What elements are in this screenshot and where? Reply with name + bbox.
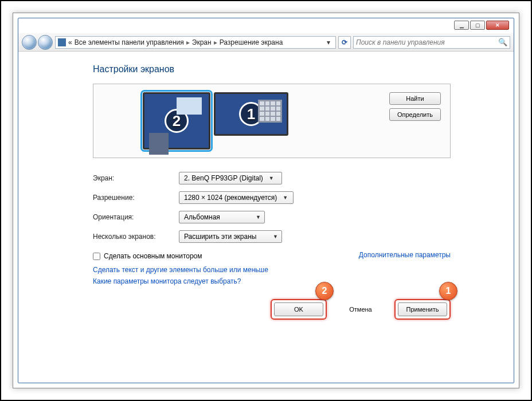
- search-box[interactable]: 🔍: [353, 36, 510, 49]
- monitor-help-link[interactable]: Какие параметры монитора следует выбрать…: [93, 277, 451, 285]
- chevron-down-icon: ▼: [269, 175, 274, 181]
- multi-display-label: Несколько экранов:: [93, 233, 179, 241]
- monitor-1-decoration: [258, 100, 282, 123]
- orientation-dropdown[interactable]: Альбомная ▼: [179, 211, 265, 223]
- breadcrumb-sep-icon: ▸: [186, 38, 190, 46]
- make-primary-checkbox[interactable]: Сделать основным монитором: [93, 252, 202, 260]
- callout-frame-apply: Применить: [394, 299, 451, 320]
- make-primary-input[interactable]: [93, 253, 100, 260]
- chevron-down-icon: ▼: [256, 214, 261, 220]
- screen-dropdown[interactable]: 2. BenQ FP93GP (Digital) ▼: [179, 172, 282, 184]
- make-primary-label: Сделать основным монитором: [104, 252, 202, 260]
- resolution-value: 1280 × 1024 (рекомендуется): [184, 194, 277, 202]
- control-panel-icon: [58, 38, 66, 46]
- search-input[interactable]: [356, 38, 498, 46]
- chevron-down-icon: ▼: [273, 234, 278, 239]
- breadcrumb-2[interactable]: Экран: [192, 38, 212, 46]
- chevron-down-icon: ▼: [283, 195, 288, 200]
- close-button[interactable]: ✕: [486, 21, 509, 30]
- callout-badge-1: 1: [439, 282, 457, 300]
- navigation-bar: « Все элементы панели управления ▸ Экран…: [18, 33, 514, 52]
- text-size-link[interactable]: Сделать текст и другие элементы больше и…: [93, 266, 451, 274]
- advanced-settings-link[interactable]: Дополнительные параметры: [359, 251, 451, 259]
- callout-badge-2: 2: [315, 282, 334, 300]
- orientation-value: Альбомная: [184, 213, 220, 221]
- monitor-2-decoration: [177, 97, 202, 115]
- callout-frame-ok: OK: [271, 299, 327, 320]
- breadcrumb-prefix: «: [68, 38, 72, 46]
- address-dropdown-icon[interactable]: ▾: [324, 38, 333, 46]
- window-caption-controls: ▁ ▢ ✕: [454, 21, 509, 30]
- page-title: Настройки экранов: [93, 64, 451, 74]
- search-icon[interactable]: 🔍: [498, 38, 507, 46]
- ok-button[interactable]: OK: [274, 302, 323, 316]
- resolution-label: Разрешение:: [93, 194, 179, 202]
- refresh-button[interactable]: ⟳: [338, 36, 351, 49]
- dialog-button-bar: 2 OK Отмена 1 Применить: [93, 299, 451, 320]
- address-bar[interactable]: « Все элементы панели управления ▸ Экран…: [55, 36, 336, 49]
- screen-value: 2. BenQ FP93GP (Digital): [184, 174, 263, 182]
- orientation-label: Ориентация:: [93, 213, 179, 221]
- minimize-button[interactable]: ▁: [454, 21, 469, 30]
- monitor-1-thumb[interactable]: 1: [214, 92, 288, 136]
- nav-back-button[interactable]: [22, 35, 37, 50]
- maximize-button[interactable]: ▢: [470, 21, 485, 30]
- find-button[interactable]: Найти: [389, 92, 441, 105]
- apply-button[interactable]: Применить: [398, 302, 447, 316]
- display-arrangement-preview[interactable]: 2 1 Найти Определить: [93, 84, 451, 158]
- nav-forward-button[interactable]: [38, 35, 53, 50]
- breadcrumb-sep-icon: ▸: [214, 38, 217, 46]
- monitor-2-thumb[interactable]: 2: [143, 92, 210, 150]
- cancel-button[interactable]: Отмена: [336, 302, 385, 316]
- resolution-dropdown[interactable]: 1280 × 1024 (рекомендуется) ▼: [179, 191, 294, 204]
- monitor-2-decoration: [149, 133, 169, 155]
- screen-label: Экран:: [93, 174, 179, 182]
- breadcrumb-3[interactable]: Разрешение экрана: [220, 38, 283, 46]
- multi-display-dropdown[interactable]: Расширить эти экраны ▼: [179, 230, 282, 243]
- detect-button[interactable]: Определить: [389, 108, 441, 121]
- breadcrumb-1[interactable]: Все элементы панели управления: [75, 38, 184, 46]
- multi-display-value: Расширить эти экраны: [184, 233, 256, 241]
